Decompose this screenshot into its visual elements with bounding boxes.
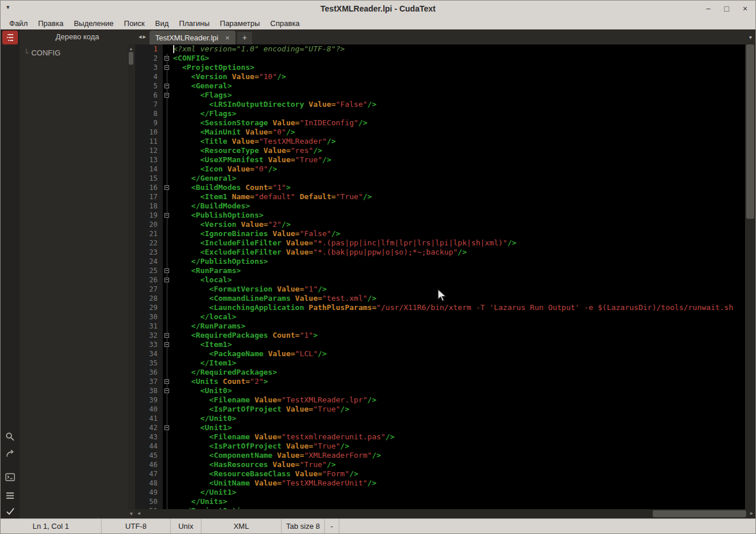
code-line[interactable]: 6 <Flags> — [135, 91, 745, 100]
vscroll-thumb[interactable] — [746, 44, 754, 219]
fold-collapse-box[interactable] — [164, 268, 169, 273]
fold-collapse-box[interactable] — [164, 389, 169, 393]
code-line[interactable]: 30 </local> — [135, 312, 745, 322]
code-line[interactable]: 9 <SessionStorage Value="InIDEConfig"/> — [135, 118, 745, 128]
code-tree-panel[interactable]: └ CONFIG ▴ — [20, 44, 135, 509]
fold-collapse-box[interactable] — [164, 93, 169, 98]
scroll-up-icon[interactable]: ▴ — [128, 45, 134, 52]
code-line[interactable]: 37 <Units Count="2"> — [135, 377, 745, 386]
code-line[interactable]: 7 <LRSInOutputDirectory Value="False"/> — [135, 100, 745, 109]
code-line[interactable]: 14 <Icon Value="0"/> — [135, 165, 745, 174]
status-wrap[interactable]: - — [325, 519, 339, 533]
code-line[interactable]: 26 <local> — [135, 275, 745, 285]
editor-vertical-scrollbar[interactable] — [745, 44, 755, 509]
menu-help[interactable]: Справка — [265, 18, 305, 29]
code-line[interactable]: 38 <Unit0> — [135, 386, 745, 395]
tab-list-dropdown-icon[interactable]: ▾ — [749, 34, 752, 40]
sidebar-scrollbar[interactable]: ▴ — [128, 44, 134, 509]
menu-search[interactable]: Поиск — [119, 18, 150, 29]
code-line[interactable]: 41 </Unit0> — [135, 414, 745, 423]
fold-marker-icon[interactable] — [163, 63, 172, 72]
validate-icon[interactable] — [1, 504, 20, 519]
tab-scroll-left-icon[interactable]: ◂ — [135, 33, 143, 44]
code-line[interactable]: 39 <Filename Value="TestXMLReader.lpr"/> — [135, 395, 745, 405]
goto-icon[interactable] — [1, 446, 20, 461]
code-line[interactable]: 33 <Item1> — [135, 340, 745, 349]
new-tab-button[interactable]: + — [237, 32, 252, 44]
code-lines[interactable]: 1<?xml version="1.0" encoding="UTF-8"?>2… — [135, 44, 745, 509]
menu-view[interactable]: Вид — [150, 18, 174, 29]
code-line[interactable]: 40 <IsPartOfProject Value="True"/> — [135, 405, 745, 414]
code-line[interactable]: 10 <MainUnit Value="0"/> — [135, 128, 745, 137]
code-line[interactable]: 13 <UseXPManifest Value="True"/> — [135, 155, 745, 165]
code-line[interactable]: 42 <Unit1> — [135, 423, 745, 432]
fold-collapse-box[interactable] — [164, 56, 169, 61]
code-line[interactable]: 1<?xml version="1.0" encoding="UTF-8"?> — [135, 44, 745, 54]
fold-marker-icon[interactable] — [163, 91, 172, 100]
status-tab-size[interactable]: Tab size 8 — [282, 519, 325, 533]
code-line[interactable]: 43 <Filename Value="testxmlreaderunit.pa… — [135, 432, 745, 442]
code-line[interactable]: 2<CONFIG> — [135, 54, 745, 63]
tab-scroll-right-icon[interactable]: ▸ — [143, 33, 148, 44]
fold-marker-icon[interactable] — [163, 275, 172, 285]
fold-marker-icon[interactable] — [163, 183, 172, 192]
scroll-right-icon[interactable]: ▸ — [750, 510, 753, 516]
menu-options[interactable]: Параметры — [215, 18, 265, 29]
code-line[interactable]: 32 <RequiredPackages Count="1"> — [135, 331, 745, 340]
menu-icon[interactable] — [1, 488, 20, 503]
code-tree-icon[interactable] — [2, 31, 18, 44]
menu-edit[interactable]: Правка — [33, 18, 69, 29]
code-line[interactable]: 31 </RunParams> — [135, 322, 745, 331]
tab-testxmlreader[interactable]: TestXMLReader.lpi × — [149, 31, 235, 44]
tab-close-icon[interactable]: × — [225, 33, 230, 42]
code-line[interactable]: 50 </Units> — [135, 497, 745, 506]
code-line[interactable]: 5 <General> — [135, 81, 745, 91]
code-line[interactable]: 19 <PublishOptions> — [135, 211, 745, 220]
fold-marker-icon[interactable] — [163, 54, 172, 63]
maximize-button[interactable]: □ — [722, 4, 731, 13]
code-line[interactable]: 15 </General> — [135, 174, 745, 183]
fold-collapse-box[interactable] — [164, 185, 169, 190]
code-line[interactable]: 46 <HasResources Value="True"/> — [135, 460, 745, 469]
fold-collapse-box[interactable] — [164, 213, 169, 218]
code-line[interactable]: 44 <IsPartOfProject Value="True"/> — [135, 442, 745, 451]
hscroll-thumb[interactable] — [653, 510, 746, 517]
menu-selection[interactable]: Выделение — [69, 18, 119, 29]
code-line[interactable]: 21 <IgnoreBinaries Value="False"/> — [135, 229, 745, 238]
code-line[interactable]: 4 <Version Value="10"/> — [135, 72, 745, 81]
fold-collapse-box[interactable] — [164, 65, 169, 70]
code-line[interactable]: 24 </PublishOptions> — [135, 257, 745, 266]
status-line-endings[interactable]: Unix — [171, 519, 201, 533]
status-caret-pos[interactable]: Ln 1, Col 1 — [1, 519, 102, 533]
code-line[interactable]: 28 <CommandLineParams Value="test.xml"/> — [135, 294, 745, 303]
fold-marker-icon[interactable] — [163, 423, 172, 432]
fold-marker-icon[interactable] — [163, 386, 172, 395]
fold-collapse-box[interactable] — [164, 425, 169, 430]
fold-collapse-box[interactable] — [164, 379, 169, 384]
code-line[interactable]: 17 <Item1 Name="default" Default="True"/… — [135, 192, 745, 201]
code-line[interactable]: 12 <ResourceType Value="res"/> — [135, 146, 745, 155]
fold-collapse-box[interactable] — [164, 84, 169, 88]
fold-collapse-box[interactable] — [164, 333, 169, 338]
status-lexer[interactable]: XML — [201, 519, 282, 533]
code-line[interactable]: 35 </Item1> — [135, 359, 745, 368]
code-line[interactable]: 29 <LaunchingApplication PathPlusParams=… — [135, 303, 745, 312]
code-line[interactable]: 3 <ProjectOptions> — [135, 63, 745, 72]
fold-marker-icon[interactable] — [163, 377, 172, 386]
tree-item-config[interactable]: └ CONFIG — [24, 48, 61, 57]
code-line[interactable]: 48 <UnitName Value="TestXMLReaderUnit"/> — [135, 479, 745, 488]
code-line[interactable]: 23 <ExcludeFileFilter Value="*.(bak|ppu|… — [135, 248, 745, 257]
status-encoding[interactable]: UTF-8 — [102, 519, 171, 533]
editor-horizontal-scrollbar[interactable]: ◂ ▸ — [135, 509, 755, 518]
fold-marker-icon[interactable] — [163, 340, 172, 349]
scroll-left-icon[interactable]: ◂ — [137, 510, 140, 516]
code-line[interactable]: 16 <BuildModes Count="1"> — [135, 183, 745, 192]
code-line[interactable]: 34 <PackageName Value="LCL"/> — [135, 349, 745, 359]
fold-collapse-box[interactable] — [164, 278, 169, 282]
minimize-button[interactable]: − — [703, 4, 713, 13]
scroll-down-icon[interactable]: ▾ — [130, 510, 133, 517]
code-line[interactable]: 20 <Version Value="2"/> — [135, 220, 745, 229]
code-line[interactable]: 36 </RequiredPackages> — [135, 368, 745, 377]
sidebar-scroll-thumb[interactable] — [129, 52, 133, 65]
code-editor[interactable]: 1<?xml version="1.0" encoding="UTF-8"?>2… — [135, 44, 755, 509]
